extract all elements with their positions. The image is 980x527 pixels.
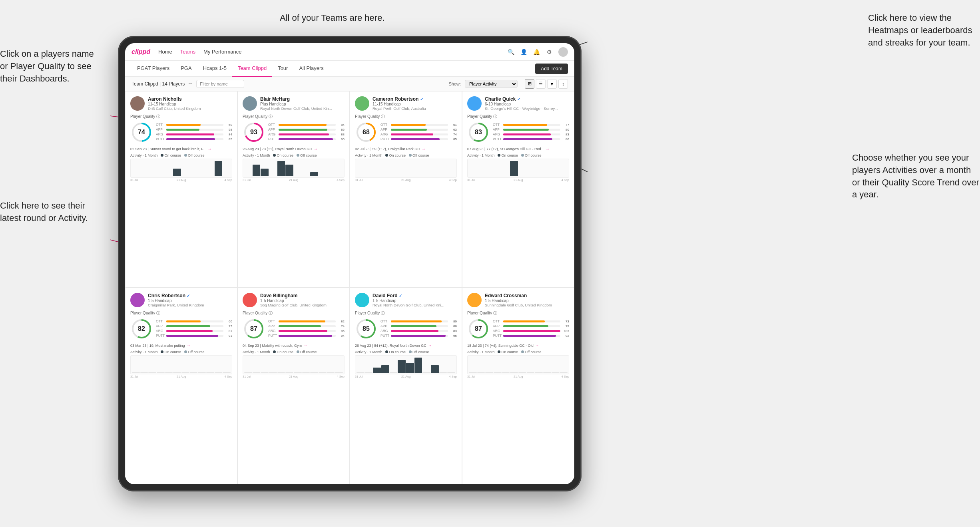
search-icon[interactable]: 🔍 [507,48,514,56]
player-card[interactable]: Chris Robertson ✓ 1-5 Handicap Craigmill… [125,288,237,484]
quality-circle[interactable]: 87 [467,318,490,340]
quality-circle[interactable]: 82 [130,318,153,340]
player-name[interactable]: Chris Robertson ✓ [148,293,232,298]
app-bar: APP 80 [380,324,457,328]
putt-bar: PUTT 95 [268,137,345,141]
tab-pgat[interactable]: PGAT Players [131,61,175,77]
bell-icon[interactable]: 🔔 [533,48,540,56]
player-card[interactable]: Dave Billingham 1-5 Handicap Sog Maging … [237,288,350,484]
show-select[interactable]: Player Activity Quality Score Trend [465,80,518,88]
quality-section[interactable]: 87 OTT 73 APP 79 ARG [467,318,569,340]
round-arrow[interactable]: → [535,343,539,348]
grid-view-button[interactable]: ⊞ [525,79,534,89]
round-arrow[interactable]: → [186,343,190,348]
quality-circle[interactable]: 93 [243,121,265,143]
player-name[interactable]: Cameron Robertson ✓ [372,96,457,102]
quality-circle[interactable]: 74 [130,121,153,143]
add-team-button[interactable]: Add Team [535,64,568,74]
quality-section[interactable]: 68 OTT 61 APP 63 ARG [355,121,457,143]
tab-tour[interactable]: Tour [272,61,293,77]
quality-bars: OTT 61 APP 63 ARG [380,123,457,142]
player-handicap: 1-5 Handicap [260,298,345,303]
player-name[interactable]: Charlie Quick ✓ [485,96,569,102]
arg-bar: ARG 103 [493,329,569,333]
settings-icon[interactable]: ⚙ [546,48,553,56]
latest-round[interactable]: 03 Mar 23 | 19, Must make putting → [130,343,232,348]
player-card[interactable]: Blair McHarg Plus Handicap Royal North D… [237,91,350,288]
round-arrow[interactable]: → [207,147,211,151]
putt-bar: PUTT 92 [493,334,569,338]
user-icon[interactable]: 👤 [520,48,527,56]
avatar [355,293,369,307]
quality-section[interactable]: 85 OTT 89 APP 80 ARG [355,318,457,340]
player-card[interactable]: Aaron Nicholls 11-15 Handicap Drift Golf… [125,91,237,288]
list-view-button[interactable]: ☰ [536,79,546,89]
player-club: Sog Maging Golf Club, United Kingdom [260,303,345,307]
player-handicap: 11-15 Handicap [372,102,457,106]
tab-all-players[interactable]: All Players [293,61,329,77]
quality-circle[interactable]: 83 [467,121,490,143]
player-name[interactable]: Aaron Nicholls [148,96,232,102]
avatar[interactable] [558,47,568,57]
latest-round[interactable]: 26 Aug 23 | 84 (+12), Royal North Devon … [355,343,457,348]
chart-dates: 31 Jul 21 Aug 4 Sep [467,178,569,182]
quality-circle[interactable]: 85 [355,318,377,340]
latest-round[interactable]: 26 Aug 23 | 73 (+1), Royal North Devon G… [243,147,345,151]
quality-circle[interactable]: 68 [355,121,377,143]
activity-chart [130,355,232,374]
player-handicap: 1-5 Handicap [485,298,569,303]
quality-label: Player Quality ⓘ [355,310,457,316]
callout-top-left: Click on a players name or Player Qualit… [0,48,104,85]
player-card[interactable]: David Ford ✓ 1-5 Handicap Royal North De… [350,288,462,484]
quality-section[interactable]: 82 OTT 60 APP 77 ARG [130,318,232,340]
activity-section: Activity · 1 Month On course Off course … [467,350,569,378]
quality-section[interactable]: 87 OTT 82 APP 74 ARG [243,318,345,340]
round-arrow[interactable]: → [546,147,550,151]
player-card[interactable]: Edward Crossman 1-5 Handicap Sunningdale… [462,288,574,484]
nav-performance[interactable]: My Performance [203,49,241,55]
tab-pga[interactable]: PGA [175,61,197,77]
activity-chart [243,159,345,178]
chart-dates: 31 Jul 21 Aug 4 Sep [355,178,457,182]
latest-round[interactable]: 02 Jul 23 | 59 (+17), Craigmillar Park G… [355,147,457,151]
latest-round[interactable]: 04 Sep 23 | Mobility with coach, Gym → [243,343,345,348]
sort-button[interactable]: ↕ [558,79,568,89]
player-header: David Ford ✓ 1-5 Handicap Royal North De… [355,293,457,307]
latest-round[interactable]: 18 Jul 23 | 74 (+4), Sunningdale GC - Ol… [467,343,569,348]
quality-section[interactable]: 74 OTT 60 APP 58 ARG [130,121,232,143]
player-name[interactable]: Blair McHarg [260,96,345,102]
app-logo: clippd [131,48,150,56]
ott-bar: OTT 60 [156,319,232,323]
player-name[interactable]: Dave Billingham [260,293,345,298]
nav-bar: clippd Home Teams My Performance 🔍 👤 🔔 ⚙ [125,43,574,61]
quality-bars: OTT 84 APP 85 ARG [268,123,345,142]
player-card[interactable]: Charlie Quick ✓ 6-10 Handicap St. George… [462,91,574,288]
quality-section[interactable]: 83 OTT 77 APP 80 ARG [467,121,569,143]
player-handicap: 1-5 Handicap [372,298,457,303]
quality-label: Player Quality ⓘ [130,114,232,119]
quality-number: 87 [475,325,482,332]
player-club: Royal North Devon Golf Club, United Kin.… [260,106,345,111]
quality-section[interactable]: 93 OTT 84 APP 85 ARG [243,121,345,143]
player-card[interactable]: Cameron Robertson ✓ 11-15 Handicap Royal… [350,91,462,288]
nav-teams[interactable]: Teams [180,49,195,55]
player-name[interactable]: Edward Crossman [485,293,569,298]
tab-team-clippd[interactable]: Team Clippd [232,61,272,77]
app-bar: APP 80 [493,127,569,131]
round-arrow[interactable]: → [303,343,307,348]
filter-input[interactable] [196,80,244,88]
player-name[interactable]: David Ford ✓ [372,293,457,298]
round-arrow[interactable]: → [422,147,426,151]
tab-hcaps[interactable]: Hcaps 1-5 [197,61,232,77]
round-arrow[interactable]: → [314,147,318,151]
nav-home[interactable]: Home [158,49,172,55]
player-club: Sunningdale Golf Club, United Kingdom [485,303,569,307]
quality-circle[interactable]: 87 [243,318,265,340]
activity-section: Activity · 1 Month On course Off course … [355,153,457,182]
team-header: Team Clippd | 14 Players ✏ Show: Player … [125,77,574,91]
latest-round[interactable]: 02 Sep 23 | Sunset round to get back int… [130,147,232,151]
filter-button[interactable]: ▼ [547,79,557,89]
latest-round[interactable]: 07 Aug 23 | 77 (+7), St George's Hill GC… [467,147,569,151]
round-arrow[interactable]: → [428,343,432,348]
edit-icon[interactable]: ✏ [189,81,192,86]
